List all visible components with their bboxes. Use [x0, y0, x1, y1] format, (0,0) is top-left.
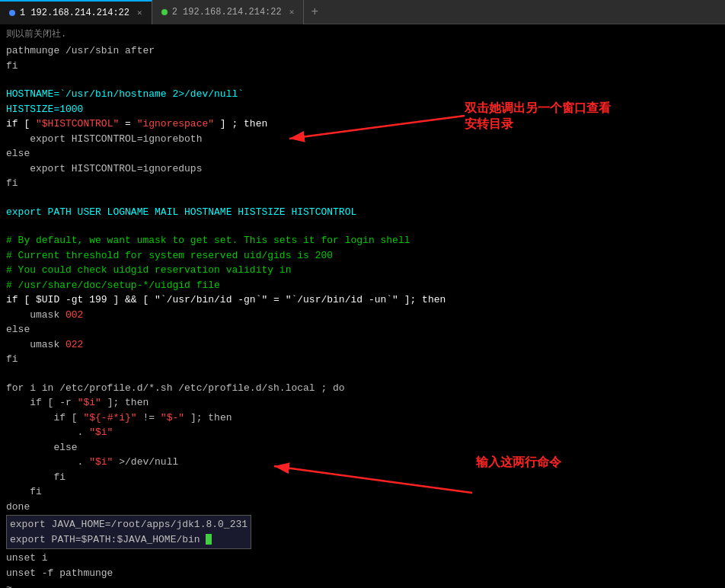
- tab-1[interactable]: 1 192.168.214.214:22 ✕: [0, 0, 152, 24]
- line-tilde-1: ~: [6, 580, 719, 588]
- line-fi-3: fi: [6, 352, 719, 367]
- cursor: [206, 534, 212, 545]
- line-comment-2: # Current threshold for system reserved …: [6, 248, 719, 264]
- line-export-ignoreboth: export HISTCONTROL=ignoreboth: [6, 132, 719, 147]
- line-if-dash: if [ "${-#*i}" != "$-" ]; then: [6, 411, 719, 426]
- line-export-java-home: export JAVA_HOME=/root/apps/jdk1.8.0_231: [10, 517, 248, 532]
- annotation-1-text: 双击她调出另一个窗口查看安转目录: [465, 101, 617, 133]
- line-else-3: else: [6, 440, 719, 455]
- line-fi-1: fi: [6, 59, 719, 74]
- line-export-ignoredups: export HISTCONTROL=ignoredups: [6, 161, 719, 177]
- line-comment-3: # You could check uidgid reservation val…: [6, 263, 719, 278]
- line-else-1: else: [6, 146, 719, 161]
- line-empty-2: [6, 191, 719, 205]
- new-tab-button[interactable]: +: [304, 0, 325, 24]
- tab-bar: 1 192.168.214.214:22 ✕ 2 192.168.214.214…: [0, 0, 725, 24]
- tab-2-dot: [161, 9, 168, 15]
- tab-1-label: 1 192.168.214.214:22: [20, 8, 129, 18]
- line-unset-i: unset i: [6, 551, 719, 566]
- line-fi-outer: fi: [6, 484, 719, 500]
- line-else-2: else: [6, 322, 719, 337]
- tab-2-close[interactable]: ✕: [289, 7, 295, 17]
- line-if-uid: if [ $UID -gt 199 ] && [ "`/usr/bin/id -…: [6, 292, 719, 308]
- line-umask-022: umask 022: [6, 337, 719, 353]
- line-fi-inner: fi: [6, 470, 719, 485]
- line-empty-1: [6, 73, 719, 87]
- line-empty-4: [6, 367, 719, 381]
- line-export-path-java: export PATH=$PATH:$JAVA_HOME/bin: [10, 532, 248, 548]
- line-if-r: if [ -r "$i" ]; then: [6, 395, 719, 411]
- line-export-path: export PATH USER LOGNAME MAIL HOSTNAME H…: [6, 205, 719, 220]
- line-done: done: [6, 500, 719, 515]
- tab-1-close[interactable]: ✕: [137, 8, 142, 18]
- export-box: export JAVA_HOME=/root/apps/jdk1.8.0_231…: [6, 515, 251, 549]
- top-note: 则以前关闭社.: [6, 27, 719, 40]
- line-fi-2: fi: [6, 176, 719, 191]
- line-hostname: HOSTNAME=`/usr/bin/hostname 2>/dev/null`: [6, 87, 719, 102]
- tab-2[interactable]: 2 192.168.214.214:22 ✕: [152, 0, 305, 24]
- line-empty-3: [6, 219, 719, 233]
- tab-1-dot: [9, 10, 15, 16]
- tab-2-label: 2 192.168.214.214:22: [172, 7, 282, 18]
- line-umask-002: umask 002: [6, 308, 719, 323]
- line-pathmunge: pathmunge /usr/sbin after: [6, 43, 719, 59]
- line-dot-i: . "$i": [6, 425, 719, 440]
- line-comment-4: # /usr/share/doc/setup-*/uidgid file: [6, 278, 719, 293]
- line-comment-1: # By default, we want umask to get set. …: [6, 233, 719, 248]
- line-unset-f: unset -f pathmunge: [6, 566, 719, 581]
- annotation-2-text: 输入这两行命令: [476, 455, 613, 471]
- line-for: for i in /etc/profile.d/*.sh /etc/profil…: [6, 381, 719, 396]
- terminal: 则以前关闭社. pathmunge /usr/sbin after fi HOS…: [0, 24, 725, 588]
